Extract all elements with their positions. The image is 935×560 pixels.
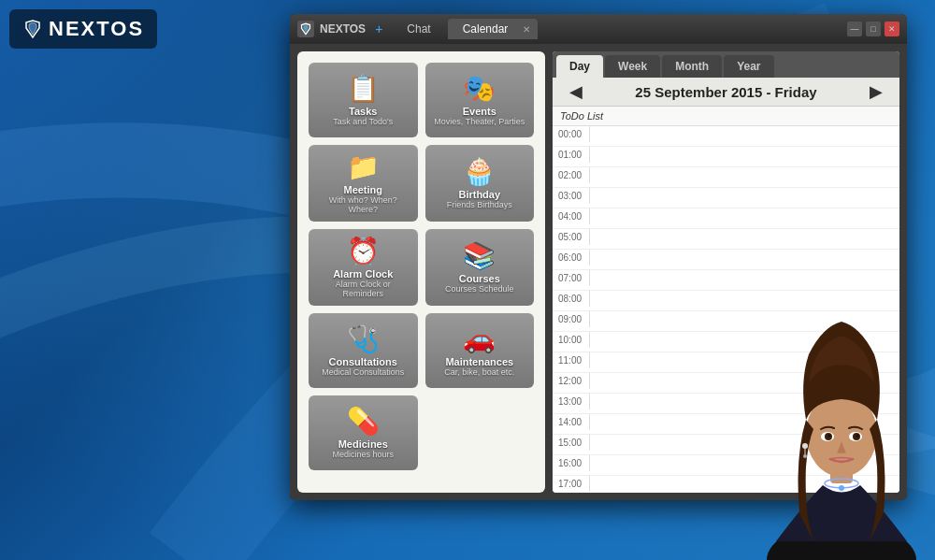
medicines-title: Medicines — [338, 438, 388, 450]
avatar-svg — [748, 298, 935, 560]
grid-item-alarm[interactable]: ⏰ Alarm Clock Alarm Clock or Reminders — [309, 229, 418, 306]
time-label: 03:00 — [553, 188, 590, 204]
time-row: 01:00 — [553, 147, 899, 167]
time-label: 09:00 — [553, 311, 590, 327]
time-label: 12:00 — [553, 373, 590, 389]
time-row: 02:00 — [553, 167, 899, 188]
alarm-title: Alarm Clock — [333, 268, 393, 280]
birthday-subtitle: Friends Birthdays — [447, 200, 512, 209]
maintenances-subtitle: Car, bike, boat etc. — [444, 367, 514, 377]
events-title: Events — [463, 106, 496, 117]
cal-tab-year[interactable]: Year — [724, 55, 773, 78]
svg-point-16 — [802, 443, 808, 449]
cal-tab-week[interactable]: Week — [605, 55, 660, 78]
time-row: 06:00 — [553, 250, 899, 270]
birthday-icon: 🧁 — [463, 159, 496, 185]
desktop-logo: NEXTOS — [9, 9, 157, 49]
time-label: 17:00 — [553, 476, 590, 492]
maximize-button[interactable]: □ — [866, 22, 881, 36]
time-content[interactable] — [590, 188, 899, 194]
time-label: 07:00 — [553, 270, 590, 286]
tab-calendar-close[interactable]: ✕ — [523, 24, 530, 35]
cal-tab-day[interactable]: Day — [556, 55, 603, 78]
meeting-icon: 📁 — [347, 154, 380, 180]
alarm-subtitle: Alarm Clock or Reminders — [314, 280, 412, 298]
time-content[interactable] — [590, 250, 899, 255]
time-label: 02:00 — [553, 167, 590, 183]
time-label: 04:00 — [553, 208, 590, 224]
add-tab-button[interactable]: + — [375, 22, 382, 36]
time-content[interactable] — [590, 270, 899, 276]
events-subtitle: Movies, Theater, Parties — [434, 117, 525, 126]
time-content[interactable] — [590, 208, 899, 214]
meeting-title: Meeting — [343, 184, 382, 195]
time-label: 10:00 — [553, 332, 590, 348]
grid-item-meeting[interactable]: 📁 Meeting With who? When? Where? — [309, 145, 418, 222]
grid-item-events[interactable]: 🎭 Events Movies, Theater, Parties — [425, 63, 535, 137]
time-label: 05:00 — [553, 229, 590, 245]
tasks-subtitle: Task and Todo's — [333, 117, 393, 126]
maintenances-title: Maintenances — [445, 356, 513, 367]
consultations-subtitle: Medical Consultations — [322, 367, 404, 377]
grid-item-tasks[interactable]: 📋 Tasks Task and Todo's — [309, 63, 418, 137]
next-day-button[interactable]: ▶ — [864, 83, 888, 100]
cal-tab-month[interactable]: Month — [662, 55, 722, 78]
nextos-logo-icon — [22, 19, 43, 39]
time-content[interactable] — [590, 167, 899, 173]
alarm-icon: ⏰ — [347, 238, 380, 265]
time-content[interactable] — [590, 147, 899, 152]
meeting-subtitle: With who? When? Where? — [314, 195, 412, 214]
left-panel: 📋 Tasks Task and Todo's 🎭 Events Movies,… — [297, 51, 545, 493]
prev-day-button[interactable]: ◀ — [564, 83, 588, 100]
consultations-title: Consultations — [329, 356, 397, 367]
time-row: 04:00 — [553, 208, 899, 229]
app-title: NEXTOS — [320, 22, 366, 36]
window-controls: — □ ✕ — [847, 22, 899, 36]
svg-point-14 — [828, 435, 831, 438]
maintenances-icon: 🚗 — [463, 326, 496, 352]
time-label: 14:00 — [553, 414, 590, 430]
svg-point-18 — [803, 454, 807, 458]
time-row: 05:00 — [553, 229, 899, 250]
time-content[interactable] — [590, 291, 899, 296]
app-logo — [297, 21, 314, 37]
time-label: 16:00 — [553, 455, 590, 471]
minimize-button[interactable]: — — [847, 22, 862, 36]
time-label: 00:00 — [553, 126, 590, 142]
time-label: 13:00 — [553, 394, 590, 409]
time-label: 01:00 — [553, 147, 590, 163]
desktop-logo-text: NEXTOS — [49, 17, 144, 41]
medicines-icon: 💊 — [347, 409, 380, 435]
time-label: 15:00 — [553, 435, 590, 451]
calendar-tabs: Day Week Month Year — [553, 51, 899, 78]
time-content[interactable] — [590, 229, 899, 235]
time-row: 03:00 — [553, 188, 899, 208]
grid-item-courses[interactable]: 📚 Courses Courses Schedule — [425, 229, 535, 306]
courses-title: Courses — [459, 273, 500, 284]
events-icon: 🎭 — [463, 76, 496, 102]
tasks-icon: 📋 — [347, 76, 380, 102]
tab-calendar[interactable]: Calendar — [452, 19, 520, 39]
time-label: 11:00 — [553, 352, 590, 368]
grid-item-medicines[interactable]: 💊 Medicines Medicines hours — [309, 395, 418, 470]
close-button[interactable]: ✕ — [885, 22, 899, 36]
category-grid: 📋 Tasks Task and Todo's 🎭 Events Movies,… — [309, 63, 534, 470]
grid-item-birthday[interactable]: 🧁 Birthday Friends Birthdays — [425, 145, 535, 222]
grid-item-consultations[interactable]: 🩺 Consultations Medical Consultations — [309, 313, 418, 388]
tab-chat[interactable]: Chat — [396, 19, 441, 39]
time-content[interactable] — [590, 126, 899, 132]
svg-point-15 — [856, 435, 859, 438]
time-row: 00:00 — [553, 126, 899, 147]
time-label: 06:00 — [553, 250, 590, 266]
time-label: 08:00 — [553, 291, 590, 307]
grid-item-maintenances[interactable]: 🚗 Maintenances Car, bike, boat etc. — [425, 313, 535, 388]
svg-point-8 — [839, 485, 844, 491]
tasks-title: Tasks — [349, 106, 377, 117]
courses-icon: 📚 — [463, 243, 496, 269]
medicines-subtitle: Medicines hours — [332, 450, 394, 459]
todo-list-header: ToDo List — [553, 107, 899, 126]
time-row: 07:00 — [553, 270, 899, 291]
current-date: 25 September 2015 - Friday — [635, 84, 816, 100]
avatar — [748, 298, 935, 560]
courses-subtitle: Courses Schedule — [445, 284, 514, 294]
